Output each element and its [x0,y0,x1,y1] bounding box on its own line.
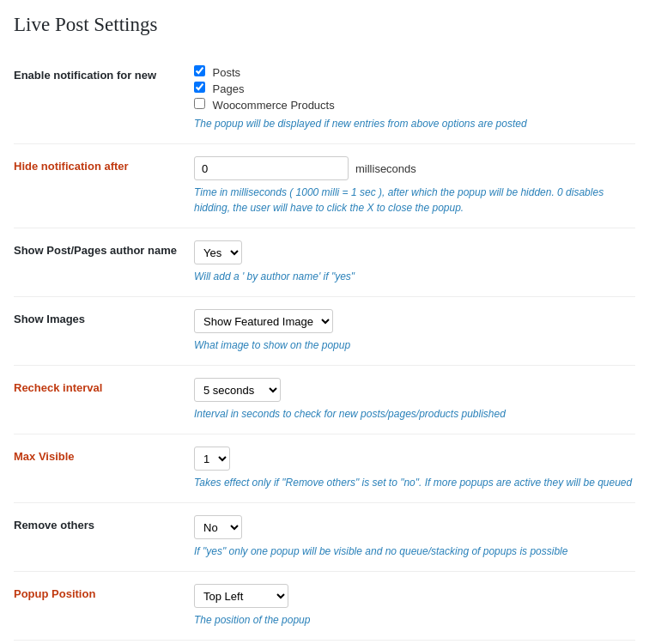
select-max-visible[interactable]: 1 2 3 4 5 [194,447,230,471]
control-enable-notification: Posts Pages Woocommerce Products The pop… [194,53,635,144]
control-popup-colors: Select Color Background color Select Col… [194,641,635,645]
label-remove-others: Remove others [14,503,194,572]
checkbox-label-pages[interactable]: Pages [194,82,635,95]
control-max-visible: 1 2 3 4 5 Takes effect only if "Remove o… [194,434,635,503]
control-hide-notification: milliseconds Time in milliseconds ( 1000… [194,144,635,228]
row-enable-notification: Enable notification for new Posts Pages … [14,53,635,144]
select-show-author[interactable]: Yes No [194,240,242,264]
label-max-visible: Max Visible [14,434,194,503]
select-popup-position[interactable]: Top Left Top Right Bottom Left Bottom Ri… [194,584,288,608]
checkbox-pages[interactable] [194,82,205,93]
row-show-author: Show Post/Pages author name Yes No Will … [14,228,635,297]
milliseconds-label: milliseconds [355,162,416,175]
row-remove-others: Remove others No Yes If "yes" only one p… [14,503,635,572]
hint-max-visible: Takes effect only if "Remove others" is … [194,475,635,490]
hint-show-images: What image to show on the popup [194,337,635,353]
checkbox-label-posts[interactable]: Posts [194,65,635,79]
checkbox-woocommerce[interactable] [194,98,205,109]
control-recheck-interval: 5 seconds 10 seconds 30 seconds 1 minute… [194,366,635,434]
label-popup-position: Popup Position [14,572,194,641]
select-remove-others[interactable]: No Yes [194,515,242,539]
hide-notification-input[interactable] [194,156,349,180]
hint-popup-position: The position of the popup [194,612,635,628]
row-popup-colors: Popup Colors Select Color Background col… [14,641,635,645]
checkbox-label-woocommerce[interactable]: Woocommerce Products [194,98,635,112]
label-recheck-interval: Recheck interval [14,366,194,434]
control-show-images: Show Featured Image No Image What image … [194,297,635,366]
select-recheck-interval[interactable]: 5 seconds 10 seconds 30 seconds 1 minute [194,378,281,402]
label-show-images: Show Images [14,297,194,366]
row-hide-notification: Hide notification after milliseconds Tim… [14,144,635,228]
hint-recheck-interval: Interval in seconds to check for new pos… [194,406,635,422]
milliseconds-row: milliseconds [194,156,635,180]
control-remove-others: No Yes If "yes" only one popup will be v… [194,503,635,572]
page-title: Live Post Settings [14,14,635,36]
label-show-author: Show Post/Pages author name [14,228,194,297]
hint-enable-notification: The popup will be displayed if new entri… [194,116,635,131]
checkbox-group-notification: Posts Pages Woocommerce Products [194,65,635,112]
hint-hide-notification: Time in milliseconds ( 1000 milli = 1 se… [194,185,635,216]
hint-show-author: Will add a ' by author name' if "yes" [194,269,635,284]
hint-remove-others: If "yes" only one popup will be visible … [194,544,635,559]
label-popup-colors: Popup Colors [14,641,194,645]
row-popup-position: Popup Position Top Left Top Right Bottom… [14,572,635,641]
control-popup-position: Top Left Top Right Bottom Left Bottom Ri… [194,572,635,641]
select-show-images[interactable]: Show Featured Image No Image [194,309,333,333]
control-show-author: Yes No Will add a ' by author name' if "… [194,228,635,297]
checkbox-posts[interactable] [194,65,205,76]
row-recheck-interval: Recheck interval 5 seconds 10 seconds 30… [14,366,635,434]
row-show-images: Show Images Show Featured Image No Image… [14,297,635,366]
label-enable-notification: Enable notification for new [14,53,194,144]
row-max-visible: Max Visible 1 2 3 4 5 Takes effect only … [14,434,635,503]
label-hide-notification: Hide notification after [14,144,194,228]
